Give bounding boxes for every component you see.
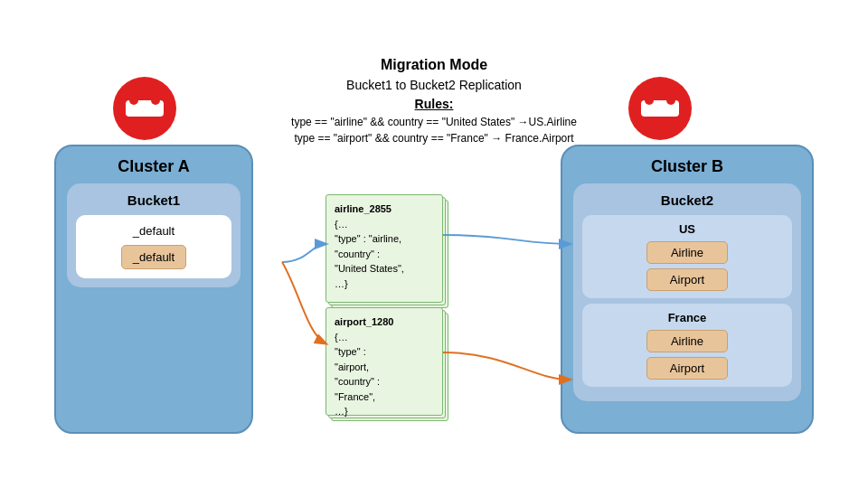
bucket2-label: Bucket2 bbox=[582, 192, 792, 208]
doc2-content: {…"type" :"airport,"country" :"France",…… bbox=[335, 332, 380, 418]
logo-icon-b bbox=[641, 100, 679, 117]
arrow-default-to-doc1 bbox=[282, 244, 326, 262]
scope-us: US Airline Airport bbox=[582, 215, 792, 298]
title-main: Migration Mode bbox=[253, 54, 615, 76]
us-collections: Airline Airport bbox=[590, 241, 785, 291]
scope-default-a: _default _default bbox=[76, 215, 231, 278]
title-rules: Rules: bbox=[253, 95, 615, 114]
logo-icon-a bbox=[126, 100, 164, 117]
rule-2: type == "airport" && country == "France"… bbox=[253, 130, 615, 146]
scope-france-label: France bbox=[590, 311, 785, 324]
scope-us-label: US bbox=[590, 222, 785, 236]
title-sub: Bucket1 to Bucket2 Replication bbox=[253, 76, 615, 95]
doc1-id: airline_2855 bbox=[335, 203, 392, 214]
arrow-default-to-doc2 bbox=[282, 262, 326, 343]
doc-content-airport: airport_1280 {…"type" :"airport,"country… bbox=[326, 307, 443, 427]
cluster-a: Cluster A Bucket1 _default _default bbox=[54, 145, 253, 434]
rule-1: type == "airline" && country == "United … bbox=[253, 114, 615, 130]
france-airline-collection: Airline bbox=[646, 330, 728, 352]
arrow-doc2-to-france-airport bbox=[443, 352, 570, 380]
france-airport-collection: Airport bbox=[646, 357, 728, 380]
cluster-b-label: Cluster B bbox=[562, 146, 812, 183]
doc-content-airline: airline_2855 {…"type" : "airline,"countr… bbox=[326, 194, 443, 298]
bucket1-label: Bucket1 bbox=[76, 192, 231, 208]
title-area: Migration Mode Bucket1 to Bucket2 Replic… bbox=[253, 54, 615, 146]
doc1-content: {…"type" : "airline,"country" :"United S… bbox=[335, 219, 404, 289]
us-airport-collection: Airport bbox=[646, 268, 728, 291]
bucket2: Bucket2 US Airline Airport France Airlin… bbox=[573, 183, 801, 401]
arrow-doc1-to-us-airline bbox=[443, 235, 570, 244]
bucket1: Bucket1 _default _default bbox=[67, 183, 241, 287]
cluster-b: Cluster B Bucket2 US Airline Airport Fra… bbox=[561, 145, 814, 434]
scope-france: France Airline Airport bbox=[582, 304, 792, 387]
scope-default-label: _default bbox=[85, 224, 222, 238]
logo-cluster-a bbox=[113, 77, 176, 140]
doc2-id: airport_1280 bbox=[335, 316, 393, 327]
logo-cluster-b bbox=[628, 77, 692, 140]
france-collections: Airline Airport bbox=[590, 330, 785, 380]
cluster-a-label: Cluster A bbox=[56, 146, 251, 183]
collection-default: _default bbox=[121, 245, 186, 269]
us-airline-collection: Airline bbox=[646, 241, 728, 264]
